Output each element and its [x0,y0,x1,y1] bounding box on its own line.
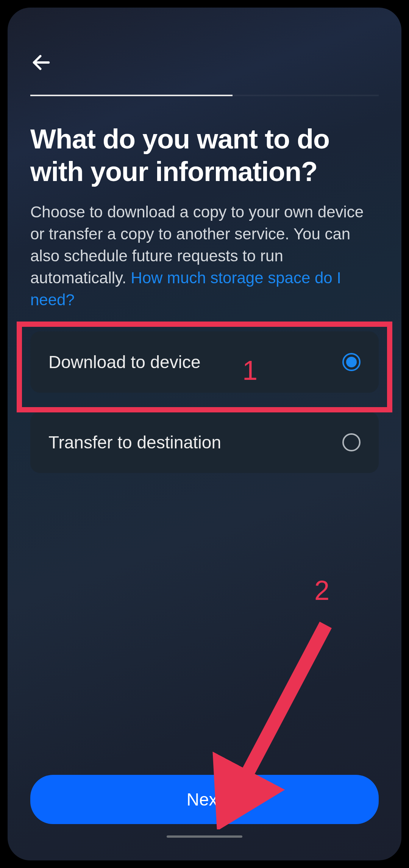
option-download-to-device[interactable]: Download to device [30,331,379,393]
app-screen: What do you want to do with your informa… [8,8,401,860]
option-label: Download to device [48,352,200,372]
option-label: Transfer to destination [48,432,221,453]
progress-fill [30,95,233,96]
arrow-left-icon [30,52,52,73]
next-button[interactable]: Next [30,775,379,824]
option-transfer-to-destination[interactable]: Transfer to destination [30,412,379,473]
radio-selected-icon [342,353,361,371]
page-title: What do you want to do with your informa… [30,123,379,188]
annotation-number-2: 2 [314,575,329,606]
progress-bar [30,95,379,96]
back-button[interactable] [30,49,57,76]
options-group: 1 Download to device Transfer to destina… [30,331,379,473]
radio-unselected-icon [342,433,361,451]
page-description: Choose to download a copy to your own de… [30,201,379,311]
footer: Next [30,775,379,838]
svg-line-2 [235,625,326,797]
home-indicator[interactable] [167,835,242,838]
